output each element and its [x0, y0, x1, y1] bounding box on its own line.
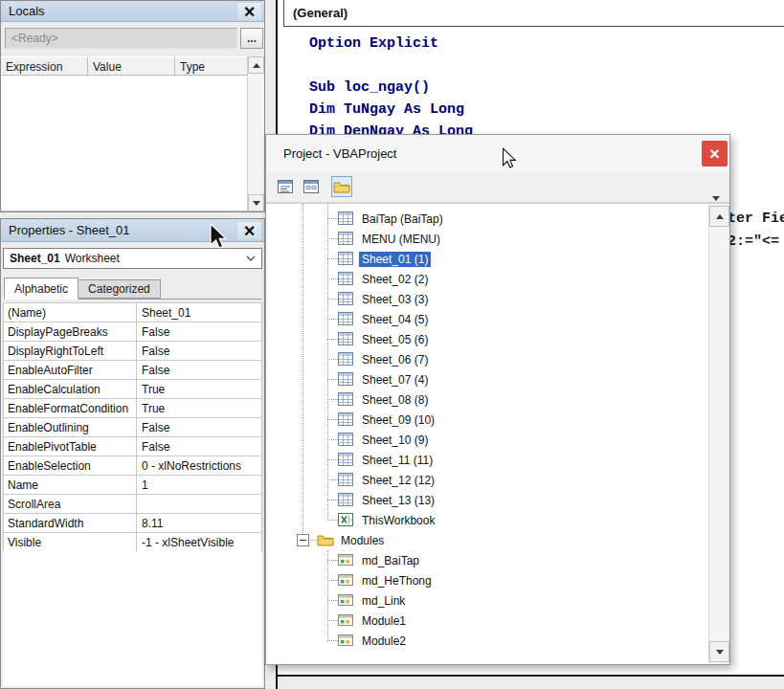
column-header-expression[interactable]: Expression: [1, 56, 88, 76]
tree-item[interactable]: Modules: [266, 530, 707, 550]
property-name[interactable]: ScrollArea: [4, 495, 137, 513]
property-value[interactable]: False: [137, 418, 261, 436]
worksheet-icon: [338, 272, 353, 285]
tree-item[interactable]: Sheet_08 (8): [266, 389, 707, 410]
property-value[interactable]: [137, 495, 261, 513]
tree-item[interactable]: md_HeThong: [266, 570, 707, 590]
tree-item[interactable]: Sheet_12 (12): [266, 470, 707, 490]
property-name[interactable]: DisplayPageBreaks: [4, 322, 137, 341]
property-value[interactable]: False: [137, 342, 261, 360]
locals-titlebar[interactable]: Locals ×: [1, 1, 264, 22]
tree-item[interactable]: Sheet_10 (9): [266, 430, 707, 450]
property-value[interactable]: False: [137, 437, 261, 456]
property-name[interactable]: EnableCalculation: [4, 380, 137, 398]
property-row: Visible-1 - xlSheetVisible: [4, 533, 261, 552]
worksheet-icon: [338, 493, 353, 506]
scroll-up-button[interactable]: [709, 206, 729, 227]
tab-categorized[interactable]: Categorized: [78, 279, 161, 299]
view-code-icon: [278, 180, 293, 193]
close-icon[interactable]: ×: [702, 141, 728, 167]
property-name[interactable]: EnableAutoFilter: [4, 361, 137, 379]
property-value[interactable]: -1 - xlSheetVisible: [137, 533, 261, 551]
toggle-folders-button[interactable]: [331, 176, 352, 197]
tree-item-label: Sheet_11 (11): [359, 453, 436, 468]
property-row: EnableSelection0 - xlNoRestrictions: [4, 456, 261, 476]
property-name[interactable]: EnableOutlining: [4, 418, 137, 436]
tree-item-label: Sheet_03 (3): [359, 292, 431, 307]
background-strip: [278, 677, 784, 689]
property-name[interactable]: StandardWidth: [4, 514, 137, 532]
collapse-toggle[interactable]: [297, 534, 309, 546]
chevron-down-icon: [246, 256, 256, 261]
code-fragment: 2:="<=: [728, 233, 779, 250]
tree-item-label: Sheet_05 (6): [359, 332, 431, 347]
property-row: EnableCalculationTrue: [4, 380, 261, 399]
property-grid-empty-area: [3, 551, 262, 686]
tree-item-label: Sheet_04 (5): [359, 312, 431, 327]
scroll-up-button[interactable]: [248, 56, 264, 74]
property-value[interactable]: False: [137, 322, 261, 341]
tree-item[interactable]: Sheet_07 (4): [266, 369, 707, 389]
property-name[interactable]: Visible: [4, 533, 137, 551]
property-value[interactable]: True: [137, 380, 261, 398]
folder-icon: [333, 181, 350, 193]
tree-item[interactable]: Module1: [266, 611, 707, 631]
tree-item-label: Sheet_12 (12): [359, 473, 437, 488]
property-value[interactable]: 8.11: [137, 514, 261, 532]
project-titlebar[interactable]: Project - VBAProject: [266, 135, 729, 171]
tree-item[interactable]: md_BaiTap: [266, 550, 707, 570]
property-value[interactable]: True: [137, 399, 261, 417]
property-name[interactable]: (Name): [4, 303, 137, 322]
tree-item[interactable]: MENU (MENU): [266, 229, 707, 249]
view-object-button[interactable]: [301, 176, 322, 197]
scroll-down-button[interactable]: [709, 641, 729, 662]
worksheet-icon: [338, 312, 353, 325]
locals-list-area[interactable]: [1, 76, 248, 211]
view-code-button[interactable]: [275, 176, 296, 197]
tree-item[interactable]: Sheet_06 (7): [266, 349, 707, 369]
property-row: (Name)Sheet_01: [4, 303, 261, 322]
column-header-value[interactable]: Value: [88, 56, 175, 76]
locals-scrollbar[interactable]: [247, 56, 264, 211]
down-arrow-icon: [712, 196, 720, 201]
close-icon[interactable]: ×: [236, 2, 262, 21]
project-toolbar: [266, 171, 729, 203]
property-value[interactable]: 0 - xlNoRestrictions: [137, 456, 261, 475]
tree-item[interactable]: ThisWorkbook: [266, 510, 707, 530]
locals-column-headers: Expression Value Type: [1, 56, 248, 76]
property-value[interactable]: 1: [137, 476, 261, 494]
property-row: DisplayRightToLeftFalse: [4, 342, 261, 361]
tree-item[interactable]: Sheet_11 (11): [266, 450, 707, 470]
property-name[interactable]: EnableSelection: [4, 456, 137, 475]
scroll-down-button[interactable]: [248, 194, 264, 211]
tree-item[interactable]: Sheet_04 (5): [266, 309, 707, 329]
project-explorer-window: Project - VBAProject × BaiTap (BaiTap) M…: [265, 134, 730, 665]
locals-status-text: <Ready>: [11, 32, 58, 45]
tree-item[interactable]: Sheet_03 (3): [266, 289, 707, 309]
close-icon[interactable]: ×: [236, 221, 262, 240]
tree-item[interactable]: Sheet_09 (10): [266, 410, 707, 430]
property-name[interactable]: EnablePivotTable: [4, 437, 137, 456]
tree-item-selected[interactable]: Sheet_01 (1): [266, 249, 707, 269]
tree-item-label: Sheet_08 (8): [359, 392, 431, 408]
worksheet-icon: [338, 372, 353, 386]
tree-item[interactable]: BaiTap (BaiTap): [266, 209, 707, 229]
tree-item[interactable]: md_Link: [266, 590, 707, 611]
column-header-type[interactable]: Type: [175, 56, 248, 76]
module-icon: [338, 573, 353, 587]
object-selector-dropdown[interactable]: Sheet_01 Worksheet: [3, 248, 262, 269]
locals-more-button[interactable]: ...: [240, 28, 263, 49]
property-name[interactable]: DisplayRightToLeft: [4, 342, 137, 360]
property-value[interactable]: Sheet_01: [137, 303, 261, 322]
property-name[interactable]: EnableFormatCondition: [4, 399, 137, 417]
tree-item[interactable]: Sheet_02 (2): [266, 269, 707, 289]
property-value[interactable]: False: [137, 361, 261, 379]
up-arrow-icon: [253, 63, 260, 68]
tree-item[interactable]: Sheet_05 (6): [266, 329, 707, 349]
property-name[interactable]: Name: [4, 476, 137, 494]
project-tree-scrollbar[interactable]: [708, 204, 729, 664]
tree-item[interactable]: Module2: [266, 631, 707, 651]
tab-alphabetic[interactable]: Alphabetic: [4, 278, 78, 300]
tree-item[interactable]: Sheet_13 (13): [266, 490, 707, 510]
general-dropdown[interactable]: (General): [283, 0, 784, 27]
